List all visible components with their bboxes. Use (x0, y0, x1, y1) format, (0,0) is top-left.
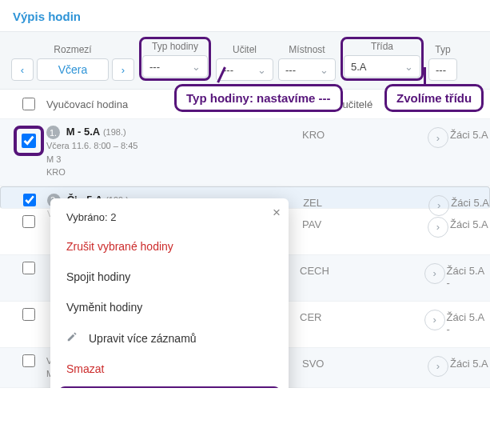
filter-label: Typ hodiny (152, 41, 198, 52)
popup-title: Vybráno: 2 (50, 210, 289, 231)
teacher-code: SVO (302, 354, 426, 370)
highlight-trida: Třída 5.A⌄ (341, 37, 424, 81)
select-all-checkbox[interactable] (22, 98, 35, 110)
highlight-menu-item: Nahradit třídnickou hodinou (58, 386, 281, 388)
chevron-right-icon[interactable]: › (428, 127, 448, 148)
menu-merge-lessons[interactable]: Spojit hodiny (50, 262, 289, 292)
row-checkbox[interactable] (22, 215, 35, 228)
filter-typ2: Typ --- (428, 44, 457, 81)
group-name: Žáci 5.A (450, 354, 488, 370)
menu-edit-multiple[interactable]: Upravit více záznamů (50, 322, 289, 354)
chevron-down-icon: ⌄ (192, 61, 201, 73)
menu-delete[interactable]: Smazat (50, 354, 289, 384)
group-name: Žáci 5.A - (447, 308, 490, 335)
filter-mistnost: Místnost ---⌄ (278, 44, 336, 81)
chevron-right-icon[interactable]: › (424, 310, 445, 330)
chevron-right-icon[interactable]: › (428, 195, 449, 216)
chevron-right-icon[interactable]: › (424, 263, 445, 284)
chevron-right-icon[interactable]: › (428, 356, 448, 377)
teacher-code: ZEL (303, 194, 427, 209)
date-select[interactable]: Včera (37, 58, 109, 81)
filter-label: Místnost (289, 44, 325, 55)
row-checkbox[interactable] (22, 262, 35, 274)
teacher-code: CECH (300, 262, 423, 277)
teacher-code: CER (300, 308, 423, 323)
prev-day-button[interactable]: ‹ (11, 58, 34, 81)
group-name: Žáci 5.A (451, 194, 489, 209)
filter-label: Učitel (233, 44, 257, 55)
lesson-meta: M 3 (46, 153, 302, 166)
menu-swap-lessons[interactable]: Vyměnit hodiny (50, 292, 289, 322)
filter-label: Typ (435, 44, 450, 55)
page-title: Výpis hodin (0, 10, 490, 31)
group-name: Žáci 5.A (450, 126, 488, 141)
filter-rozmezi: Rozmezí ‹ Včera › (11, 44, 134, 81)
chevron-down-icon: ⌄ (257, 64, 266, 76)
next-day-button[interactable]: › (112, 58, 134, 81)
context-menu: × Vybráno: 2 Zrušit vybrané hodiny Spoji… (50, 198, 289, 388)
chevron-right-icon[interactable]: › (428, 217, 448, 238)
chevron-down-icon: ⌄ (404, 61, 413, 73)
filter-label: Třída (371, 41, 393, 52)
callout-typ: Typ hodiny: nastavíme --- (174, 84, 343, 112)
filter-bar: Rozmezí ‹ Včera › Typ hodiny ---⌄ Učitel… (0, 31, 490, 90)
filter-label: Rozmezí (54, 44, 91, 55)
mistnost-select[interactable]: ---⌄ (278, 58, 336, 81)
teacher-code: KRO (302, 126, 426, 141)
group-name: Žáci 5.A (450, 215, 488, 230)
highlight-typ: Typ hodiny ---⌄ (139, 37, 211, 81)
row-checkbox[interactable] (23, 194, 36, 206)
row-checkbox[interactable] (22, 134, 36, 148)
filter-ucitel: Učitel ---⌄ (216, 44, 273, 81)
table-row[interactable]: 1. M - 5.A (198.) Včera 11.6. 8:00 – 8:4… (0, 119, 490, 186)
chevron-down-icon: ⌄ (320, 64, 329, 76)
group-name: Žáci 5.A - (447, 262, 490, 289)
lesson-meta: Včera 11.6. 8:00 – 8:45 (46, 139, 302, 153)
close-icon[interactable]: × (273, 205, 281, 221)
callout-trida: Zvolíme třídu (384, 84, 484, 112)
typ2-select[interactable]: --- (428, 58, 457, 81)
trida-select[interactable]: 5.A⌄ (344, 55, 420, 78)
row-checkbox[interactable] (22, 308, 35, 321)
lesson-number: 1. (46, 126, 60, 139)
lesson-title: 1. M - 5.A (198.) (46, 126, 302, 139)
teacher-code: PAV (302, 215, 426, 230)
menu-cancel-lessons[interactable]: Zrušit vybrané hodiny (50, 231, 289, 262)
row-checkbox[interactable] (22, 354, 35, 367)
callout-line (424, 67, 426, 84)
highlight-checkbox (14, 126, 44, 156)
typ-select[interactable]: ---⌄ (142, 55, 208, 78)
pencil-icon (66, 331, 81, 345)
lesson-meta: KRO (46, 166, 302, 179)
